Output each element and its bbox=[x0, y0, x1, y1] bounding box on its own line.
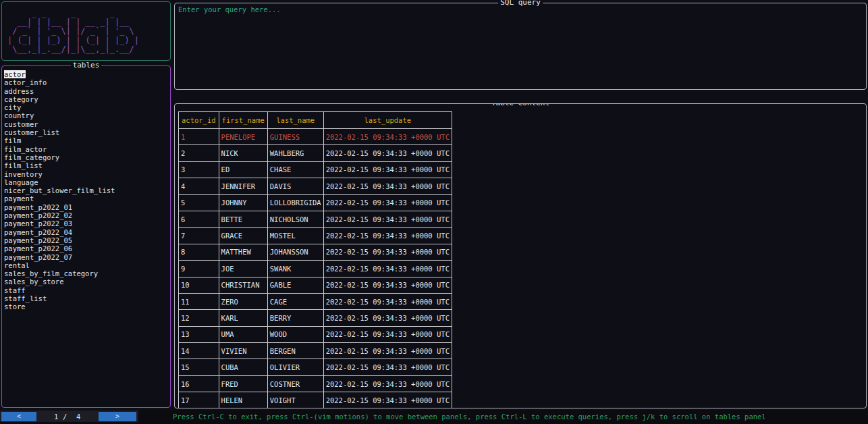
tables-list-item[interactable]: film bbox=[4, 136, 170, 144]
tables-list-item[interactable]: store bbox=[4, 302, 170, 311]
table-cell: 13 bbox=[179, 326, 219, 342]
table-row[interactable]: 14VIVIENBERGEN2022-02-15 09:34:33 +0000 … bbox=[179, 343, 452, 359]
table-row[interactable]: 2NICKWAHLBERG2022-02-15 09:34:33 +0000 U… bbox=[179, 145, 452, 161]
logo-panel: _ _ _ _ __| | |__ | | __ _| |__ / _` | '… bbox=[1, 1, 171, 61]
table-content-panel[interactable]: Table Content actor_idfirst_namelast_nam… bbox=[174, 103, 867, 408]
table-cell: 6 bbox=[179, 211, 219, 227]
table-cell: SWANK bbox=[267, 261, 323, 277]
tables-list-item[interactable]: nicer_but_slower_film_list bbox=[4, 186, 170, 194]
tables-list-item[interactable]: film_list bbox=[4, 161, 170, 169]
tables-panel[interactable]: tables actoractor_infoaddresscategorycit… bbox=[1, 65, 171, 408]
table-cell: 2022-02-15 09:34:33 +0000 UTC bbox=[323, 161, 452, 178]
table-cell: 2022-02-15 09:34:33 +0000 UTC bbox=[323, 326, 452, 342]
table-cell: 2022-02-15 09:34:33 +0000 UTC bbox=[323, 277, 452, 293]
table-row[interactable]: 15CUBAOLIVIER2022-02-15 09:34:33 +0000 U… bbox=[179, 359, 452, 375]
table-row[interactable]: 7GRACEMOSTEL2022-02-15 09:34:33 +0000 UT… bbox=[179, 228, 452, 244]
table-cell: ED bbox=[219, 161, 267, 178]
table-cell: JOHANSSON bbox=[267, 244, 323, 260]
table-cell: CAGE bbox=[267, 293, 323, 309]
ascii-logo: _ _ _ _ __| | |__ | | __ _| |__ / _` | '… bbox=[2, 2, 170, 54]
tables-list-item[interactable]: sales_by_film_category bbox=[4, 269, 170, 277]
table-cell: COSTNER bbox=[267, 375, 323, 392]
tables-list-item[interactable]: payment bbox=[4, 194, 170, 203]
sql-query-panel[interactable]: SQL query Enter your query here... bbox=[174, 3, 867, 90]
table-cell: 17 bbox=[179, 392, 219, 408]
table-cell: 7 bbox=[179, 228, 219, 244]
tables-list-item[interactable]: payment_p2022_03 bbox=[4, 219, 170, 228]
table-cell: 2022-02-15 09:34:33 +0000 UTC bbox=[323, 261, 452, 277]
table-row[interactable]: 12KARLBERRY2022-02-15 09:34:33 +0000 UTC bbox=[179, 310, 452, 326]
tables-list-item[interactable]: address bbox=[4, 87, 170, 95]
table-cell: 2022-02-15 09:34:33 +0000 UTC bbox=[323, 359, 452, 375]
table-cell: MOSTEL bbox=[267, 228, 323, 244]
tables-list-item[interactable]: category bbox=[4, 95, 170, 103]
table-cell: WOOD bbox=[267, 326, 323, 342]
table-row[interactable]: 6BETTENICHOLSON2022-02-15 09:34:33 +0000… bbox=[179, 211, 452, 227]
tables-list-item[interactable]: payment_p2022_06 bbox=[4, 244, 170, 253]
table-row[interactable]: 16FREDCOSTNER2022-02-15 09:34:33 +0000 U… bbox=[179, 375, 452, 392]
table-cell: 2 bbox=[179, 145, 219, 161]
content-table: actor_idfirst_namelast_namelast_update 1… bbox=[178, 111, 452, 408]
tables-list-item[interactable]: actor_info bbox=[4, 78, 170, 86]
table-cell: 2022-02-15 09:34:33 +0000 UTC bbox=[323, 244, 452, 260]
table-cell: NICHOLSON bbox=[267, 211, 323, 227]
status-bar: < 1 / 4 > Press Ctrl-C to exit, press Ct… bbox=[0, 410, 868, 424]
table-cell: BERRY bbox=[267, 310, 323, 326]
table-cell: 2022-02-15 09:34:33 +0000 UTC bbox=[323, 310, 452, 326]
table-cell: VOIGHT bbox=[267, 392, 323, 408]
pagination: < 1 / 4 > bbox=[0, 410, 138, 422]
tables-list-item[interactable]: payment_p2022_07 bbox=[4, 253, 170, 261]
table-row[interactable]: 17HELENVOIGHT2022-02-15 09:34:33 +0000 U… bbox=[179, 392, 452, 408]
tables-list-item[interactable]: payment_p2022_05 bbox=[4, 236, 170, 244]
tables-list-item[interactable]: customer_list bbox=[4, 128, 170, 136]
tables-list-item[interactable]: film_actor bbox=[4, 145, 170, 153]
tables-list-item[interactable]: language bbox=[4, 178, 170, 186]
table-cell: 8 bbox=[179, 244, 219, 260]
tables-list-item[interactable]: payment_p2022_04 bbox=[4, 228, 170, 236]
table-cell: 10 bbox=[179, 277, 219, 293]
table-cell: FRED bbox=[219, 375, 267, 392]
table-cell: 2022-02-15 09:34:33 +0000 UTC bbox=[323, 145, 452, 161]
tables-list-item[interactable]: film_category bbox=[4, 153, 170, 161]
table-cell: CHASE bbox=[267, 161, 323, 178]
table-row[interactable]: 9JOESWANK2022-02-15 09:34:33 +0000 UTC bbox=[179, 261, 452, 277]
tables-list-item[interactable]: payment_p2022_02 bbox=[4, 211, 170, 219]
column-header: actor_id bbox=[179, 112, 219, 129]
tables-list-item[interactable]: sales_by_store bbox=[4, 277, 170, 286]
tables-list-item[interactable]: inventory bbox=[4, 170, 170, 178]
tables-list-item[interactable]: city bbox=[4, 103, 170, 111]
column-header: last_update bbox=[323, 112, 452, 129]
tables-list-item[interactable]: country bbox=[4, 111, 170, 120]
tables-list-item[interactable]: payment_p2022_01 bbox=[4, 203, 170, 211]
table-cell: 2022-02-15 09:34:33 +0000 UTC bbox=[323, 194, 452, 211]
table-cell: VIVIEN bbox=[219, 343, 267, 359]
table-cell: JENNIFER bbox=[219, 178, 267, 194]
tables-list-item[interactable]: actor bbox=[4, 70, 170, 78]
table-row[interactable]: 13UMAWOOD2022-02-15 09:34:33 +0000 UTC bbox=[179, 326, 452, 342]
content-table-body: 1PENELOPEGUINESS2022-02-15 09:34:33 +000… bbox=[179, 129, 452, 409]
table-row[interactable]: 11ZEROCAGE2022-02-15 09:34:33 +0000 UTC bbox=[179, 293, 452, 309]
table-row[interactable]: 10CHRISTIANGABLE2022-02-15 09:34:33 +000… bbox=[179, 277, 452, 293]
table-cell: 5 bbox=[179, 194, 219, 211]
table-cell: GRACE bbox=[219, 228, 267, 244]
current-page: 1 bbox=[54, 413, 58, 421]
table-cell: 4 bbox=[179, 178, 219, 194]
table-cell: ZERO bbox=[219, 293, 267, 309]
table-row[interactable]: 1PENELOPEGUINESS2022-02-15 09:34:33 +000… bbox=[179, 129, 452, 145]
table-row[interactable]: 5JOHNNYLOLLOBRIGIDA2022-02-15 09:34:33 +… bbox=[179, 194, 452, 211]
tables-list-item[interactable]: rental bbox=[4, 261, 170, 269]
tables-list-item[interactable]: staff bbox=[4, 286, 170, 294]
table-row[interactable]: 3EDCHASE2022-02-15 09:34:33 +0000 UTC bbox=[179, 161, 452, 178]
prev-page-button[interactable]: < bbox=[1, 412, 36, 421]
tables-list-item[interactable]: staff_list bbox=[4, 294, 170, 302]
table-row[interactable]: 4JENNIFERDAVIS2022-02-15 09:34:33 +0000 … bbox=[179, 178, 452, 194]
next-page-button[interactable]: > bbox=[99, 412, 136, 421]
table-row[interactable]: 8MATTHEWJOHANSSON2022-02-15 09:34:33 +00… bbox=[179, 244, 452, 260]
tables-list[interactable]: actoractor_infoaddresscategorycitycountr… bbox=[2, 66, 170, 311]
table-cell: 2022-02-15 09:34:33 +0000 UTC bbox=[323, 129, 452, 145]
table-cell: GABLE bbox=[267, 277, 323, 293]
table-cell: NICK bbox=[219, 145, 267, 161]
content-panel-title: Table Content bbox=[489, 103, 551, 107]
tables-list-item[interactable]: customer bbox=[4, 120, 170, 128]
table-cell: 2022-02-15 09:34:33 +0000 UTC bbox=[323, 228, 452, 244]
